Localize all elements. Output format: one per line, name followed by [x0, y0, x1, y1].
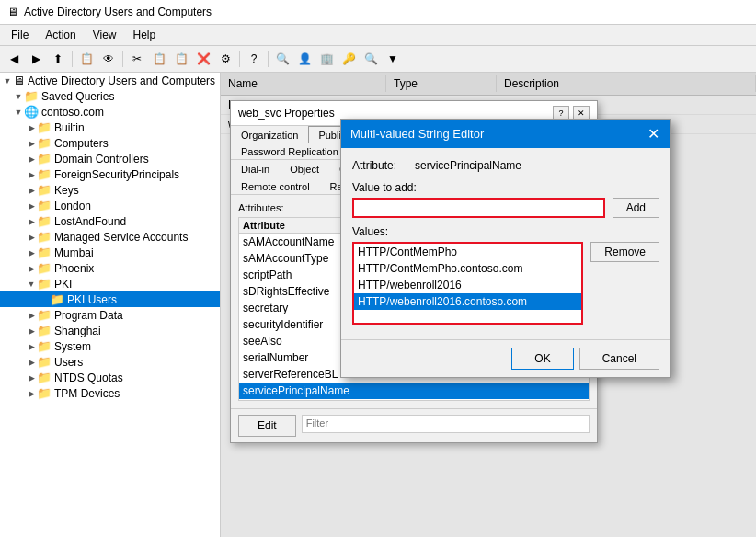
tree-item-ntds-quotas[interactable]: ▶📁NTDS Quotas	[0, 370, 220, 385]
toolbar-back[interactable]: ◀	[4, 49, 24, 69]
tree-item-tpm-devices[interactable]: ▶📁TPM Devices	[0, 385, 220, 401]
tree-item-contoso[interactable]: ▼🌐contoso.com	[0, 104, 220, 120]
toolbar-new-group[interactable]: 🏢	[316, 49, 337, 69]
tree-toggle-tpm-devices[interactable]: ▶	[26, 389, 37, 398]
menu-action[interactable]: Action	[38, 27, 83, 43]
mve-dialog: Multi-valued String Editor ✕ Attribute: …	[340, 119, 671, 378]
mve-value-3[interactable]: HTTP/webenroll2016.contoso.com	[354, 293, 581, 310]
mve-attr-label: Attribute:	[352, 159, 407, 172]
tree-panel: ▼ 🖥 Active Directory Users and Computers…	[0, 73, 221, 537]
mve-ok-btn[interactable]: OK	[511, 348, 573, 370]
tree-item-keys[interactable]: ▶📁Keys	[0, 182, 220, 198]
toolbar-paste[interactable]: 📋	[171, 49, 191, 69]
tree-item-pki-users[interactable]: 📁PKI Users	[0, 291, 220, 307]
tree-toggle-saved-queries[interactable]: ▼	[13, 92, 24, 101]
mve-value-input[interactable]	[352, 198, 605, 218]
tree-toggle-phoenix[interactable]: ▶	[26, 264, 37, 273]
mve-add-btn[interactable]: Add	[613, 198, 659, 218]
tree-toggle-shanghai[interactable]: ▶	[26, 326, 37, 336]
toolbar-view[interactable]: 👁	[98, 49, 119, 69]
tree-item-root[interactable]: ▼ 🖥 Active Directory Users and Computers	[0, 73, 220, 88]
tree-item-foreign-security[interactable]: ▶📁ForeignSecurityPrincipals	[0, 166, 220, 182]
mve-attr-value: servicePrincipalName	[415, 159, 521, 172]
tree-item-program-data[interactable]: ▶📁Program Data	[0, 307, 220, 323]
tree-toggle-keys[interactable]: ▶	[26, 186, 37, 195]
tree-toggle-domain-controllers[interactable]: ▶	[26, 154, 37, 164]
mve-values-list[interactable]: HTTP/ContMemPhoHTTP/ContMemPho.contoso.c…	[352, 242, 583, 325]
toolbar-delete[interactable]: ❌	[193, 49, 213, 69]
tree-item-phoenix[interactable]: ▶📁Phoenix	[0, 260, 220, 276]
tree-item-computers[interactable]: ▶📁Computers	[0, 135, 220, 151]
tree-toggle-users[interactable]: ▶	[26, 358, 37, 367]
tree-toggle-london[interactable]: ▶	[26, 201, 37, 211]
tree-toggle-managed-svc[interactable]: ▶	[26, 233, 37, 242]
tree-item-pki[interactable]: ▼📁PKI	[0, 276, 220, 291]
toolbar-up[interactable]: ⬆	[48, 49, 68, 69]
mve-remove-btn[interactable]: Remove	[590, 242, 659, 262]
tree-item-london[interactable]: ▶📁London	[0, 198, 220, 213]
tab-password-replication[interactable]: Password Replication	[231, 143, 349, 160]
tree-item-managed-svc[interactable]: ▶📁Managed Service Accounts	[0, 229, 220, 245]
tree-label-london: London	[54, 200, 91, 212]
tree-label-shanghai: Shanghai	[54, 325, 101, 337]
menu-file[interactable]: File	[4, 27, 36, 43]
tree-item-mumbai[interactable]: ▶📁Mumbai	[0, 245, 220, 260]
attr-row-9[interactable]: servicePrincipalName	[239, 383, 589, 399]
tree-label-managed-svc: Managed Service Accounts	[54, 231, 188, 244]
mve-close-btn[interactable]: ✕	[646, 125, 661, 143]
tree-item-lostandfound[interactable]: ▶📁LostAndFound	[0, 213, 220, 229]
toolbar-find[interactable]: 🔍	[272, 49, 292, 69]
tree-toggle-foreign-security[interactable]: ▶	[26, 170, 37, 179]
mve-value-0[interactable]: HTTP/ContMemPho	[354, 244, 581, 260]
filter-input[interactable]	[306, 417, 585, 428]
menu-view[interactable]: View	[86, 27, 124, 43]
tree-toggle-pki[interactable]: ▼	[26, 280, 37, 289]
toolbar-new-user[interactable]: 👤	[294, 49, 315, 69]
toolbar-copy[interactable]: 📋	[149, 49, 169, 69]
tree-item-users[interactable]: ▶📁Users	[0, 354, 220, 370]
tree-item-system[interactable]: ▶📁System	[0, 338, 220, 354]
toolbar-filter[interactable]: 🔍	[361, 49, 381, 69]
tree-toggle-contoso[interactable]: ▼	[13, 108, 24, 117]
tree-toggle-system[interactable]: ▶	[26, 342, 37, 351]
tree-item-saved-queries[interactable]: ▼📁Saved Queries	[0, 88, 220, 104]
toolbar-filter-options[interactable]: ▼	[383, 49, 403, 69]
tree-label-ntds-quotas: NTDS Quotas	[54, 371, 123, 384]
tree-toggle-ntds-quotas[interactable]: ▶	[26, 373, 37, 383]
toolbar-show-hide[interactable]: 📋	[76, 49, 97, 69]
edit-btn[interactable]: Edit	[238, 415, 296, 437]
tree-toggle-root[interactable]: ▼	[2, 76, 13, 86]
tree-toggle-computers[interactable]: ▶	[26, 139, 37, 148]
tab-organization[interactable]: Organization	[231, 126, 308, 143]
tree-label-pki: PKI	[54, 278, 72, 291]
toolbar-new-ou[interactable]: 🔑	[338, 49, 359, 69]
mve-value-to-add-label: Value to add:	[352, 181, 659, 194]
title-bar: 🖥 Active Directory Users and Computers	[0, 0, 756, 25]
tree-label-saved-queries: Saved Queries	[41, 90, 114, 103]
menu-help[interactable]: Help	[126, 27, 164, 43]
tab-remote-control[interactable]: Remote control	[231, 177, 320, 195]
toolbar-forward[interactable]: ▶	[26, 49, 46, 69]
tree-label-tpm-devices: TPM Devices	[54, 387, 120, 400]
toolbar-properties[interactable]: ⚙	[215, 49, 235, 69]
attr-row-10[interactable]: shadowExpire	[239, 399, 589, 401]
tree-item-builtin[interactable]: ▶📁Builtin	[0, 120, 220, 135]
tree-item-shanghai[interactable]: ▶📁Shanghai	[0, 323, 220, 338]
tab-object[interactable]: Object	[280, 160, 329, 177]
mve-value-row: Add	[352, 198, 659, 218]
tab-dial-in[interactable]: Dial-in	[231, 160, 280, 177]
mve-value-1[interactable]: HTTP/ContMemPho.contoso.com	[354, 260, 581, 277]
mve-value-2[interactable]: HTTP/webenroll2016	[354, 277, 581, 293]
tree-label-pki-users: PKI Users	[67, 293, 117, 306]
tree-toggle-program-data[interactable]: ▶	[26, 311, 37, 320]
toolbar-help[interactable]: ?	[244, 49, 264, 69]
tree-toggle-mumbai[interactable]: ▶	[26, 248, 37, 257]
tree-label-system: System	[54, 340, 91, 353]
mve-footer: OK Cancel	[341, 339, 670, 377]
mve-cancel-btn[interactable]: Cancel	[579, 348, 659, 370]
tree-item-domain-controllers[interactable]: ▶📁Domain Controllers	[0, 151, 220, 166]
tree-toggle-builtin[interactable]: ▶	[26, 123, 37, 132]
properties-dialog-title: web_svc Properties	[238, 107, 335, 120]
toolbar-cut[interactable]: ✂	[127, 49, 147, 69]
tree-toggle-lostandfound[interactable]: ▶	[26, 217, 37, 226]
